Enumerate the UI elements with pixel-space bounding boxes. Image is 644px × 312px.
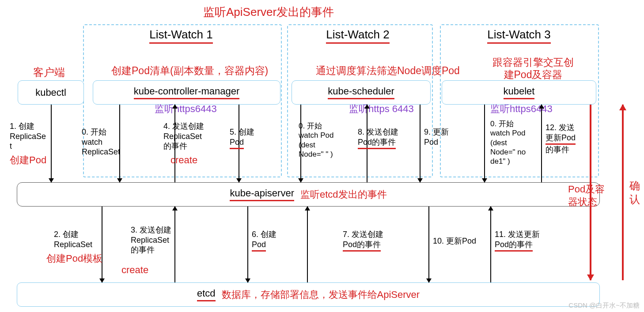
- ksched-label: kube-scheduler: [328, 86, 394, 99]
- listwatch-3-label: List-Watch 3: [455, 28, 583, 44]
- listwatch-2-label: List-Watch 2: [300, 28, 415, 44]
- ksched-desc: 通过调度算法筛选Node调度Pod: [316, 65, 460, 77]
- arrow-s0c: [484, 105, 485, 182]
- ksched-listen: 监听https 6443: [349, 103, 414, 115]
- step-4-red: create: [170, 154, 197, 166]
- apiserver-note: 监听etcd发出的事件: [300, 188, 387, 201]
- watermark: CSDN @白开水~不加糖: [568, 301, 640, 310]
- step-10: 10. 更新Pod: [433, 236, 476, 246]
- title-top: 监听ApiServer发出的事件: [203, 5, 334, 19]
- listwatch-1-label: List-Watch 1: [110, 28, 252, 44]
- step-11: 11. 发送更新Pod的事件: [495, 229, 540, 252]
- kubelet-label: kubelet: [504, 86, 535, 99]
- red-arrow-up: [622, 105, 624, 280]
- confirm-label: 确 认: [629, 179, 640, 206]
- arrow-s12: [541, 105, 542, 182]
- step-1: 1. 创建 ReplicaSe t: [10, 121, 46, 151]
- step-3: 3. 发送创建 ReplicaSet 的事件: [131, 225, 171, 255]
- arrow-s6: [247, 207, 248, 282]
- etcd-label: etcd: [197, 288, 216, 301]
- step-3-red: create: [121, 264, 148, 276]
- step-1-red: 创建Pod: [10, 154, 46, 166]
- apiserver-box: kube-apiserver 监听etcd发出的事件: [17, 182, 600, 207]
- step-8: 8. 发送创建Pod的事件: [358, 127, 398, 149]
- kcm-desc: 创建Pod清单(副本数量，容器内容): [111, 65, 268, 77]
- arrow-s1: [51, 105, 52, 182]
- client-label: 客户端: [33, 66, 65, 79]
- arrow-s9: [420, 105, 420, 182]
- ksched-box: kube-scheduler: [292, 80, 431, 105]
- kubectl-box: kubectl: [18, 80, 84, 105]
- arrow-s11: [490, 207, 491, 282]
- kubelet-desc: 跟容器引擎交互创建Pod及容器: [492, 56, 574, 81]
- step-4: 4. 发送创建 ReplicaSet 的事件: [163, 121, 204, 151]
- arrow-s3: [174, 207, 175, 282]
- step-0a: 0. 开始 watch ReplicaSet: [82, 127, 120, 157]
- step-0b: 0. 开始 watch Pod (dest Node=" " ): [299, 121, 333, 159]
- kubectl-label: kubectl: [35, 87, 66, 98]
- step-5: 5. 创建Pod: [230, 127, 254, 149]
- step-9: 9. 更新 Pod: [424, 127, 449, 147]
- step-0c: 0. 开始 watch Pod (dest Node=" no de1" ): [490, 119, 526, 166]
- kcm-listen: 监听https6443: [155, 103, 217, 115]
- pod-status-label: Pod及容 器状态: [568, 183, 605, 208]
- arrow-s2: [102, 207, 102, 282]
- kcm-label: kube-controller-manager: [134, 86, 240, 99]
- arrow-s7: [307, 207, 308, 282]
- etcd-box: etcd 数据库，存储部署信息，发送事件给ApiServer: [17, 282, 600, 307]
- step-7: 7. 发送创建Pod的事件: [343, 229, 383, 252]
- apiserver-label: kube-apiserver: [230, 188, 294, 201]
- kcm-box: kube-controller-manager: [93, 80, 280, 105]
- step-12: 12. 发送更新Pod的事件: [546, 123, 576, 155]
- step-2-red: 创建Pod模板: [46, 253, 102, 264]
- kubelet-box: kubelet: [442, 80, 596, 105]
- etcd-note: 数据库，存储部署信息，发送事件给ApiServer: [222, 288, 420, 301]
- step-6: 6. 创建Pod: [252, 229, 277, 252]
- arrow-s10: [428, 207, 429, 282]
- step-2: 2. 创建 ReplicaSet: [54, 229, 92, 249]
